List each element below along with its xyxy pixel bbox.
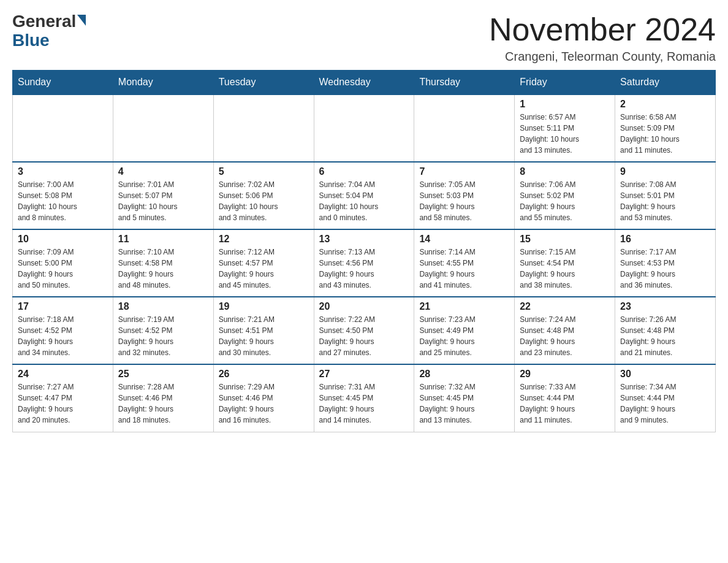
day-info: Sunrise: 7:10 AM Sunset: 4:58 PM Dayligh… xyxy=(118,247,208,291)
day-number: 9 xyxy=(620,166,710,177)
calendar-cell xyxy=(213,94,314,162)
weekday-header-tuesday: Tuesday xyxy=(213,71,314,95)
calendar-week-4: 17Sunrise: 7:18 AM Sunset: 4:52 PM Dayli… xyxy=(13,297,716,364)
day-info: Sunrise: 7:05 AM Sunset: 5:03 PM Dayligh… xyxy=(419,179,509,223)
day-number: 21 xyxy=(419,301,509,312)
calendar-cell: 26Sunrise: 7:29 AM Sunset: 4:46 PM Dayli… xyxy=(213,364,314,432)
day-info: Sunrise: 7:23 AM Sunset: 4:49 PM Dayligh… xyxy=(419,314,509,358)
calendar-week-3: 10Sunrise: 7:09 AM Sunset: 5:00 PM Dayli… xyxy=(13,229,716,297)
day-info: Sunrise: 7:18 AM Sunset: 4:52 PM Dayligh… xyxy=(18,314,108,358)
day-number: 23 xyxy=(620,301,710,312)
calendar-cell: 29Sunrise: 7:33 AM Sunset: 4:44 PM Dayli… xyxy=(515,364,615,432)
calendar-subtitle: Crangeni, Teleorman County, Romania xyxy=(489,50,716,64)
day-number: 1 xyxy=(520,99,610,110)
weekday-header-sunday: Sunday xyxy=(13,71,113,95)
weekday-header-row: SundayMondayTuesdayWednesdayThursdayFrid… xyxy=(13,71,716,95)
weekday-header-thursday: Thursday xyxy=(414,71,515,95)
calendar-cell: 2Sunrise: 6:58 AM Sunset: 5:09 PM Daylig… xyxy=(615,94,716,162)
calendar-cell xyxy=(314,94,414,162)
calendar-cell xyxy=(414,94,515,162)
day-info: Sunrise: 7:04 AM Sunset: 5:04 PM Dayligh… xyxy=(319,179,409,223)
day-info: Sunrise: 7:15 AM Sunset: 4:54 PM Dayligh… xyxy=(520,247,610,291)
day-info: Sunrise: 7:32 AM Sunset: 4:45 PM Dayligh… xyxy=(419,381,509,426)
calendar-cell: 21Sunrise: 7:23 AM Sunset: 4:49 PM Dayli… xyxy=(414,297,515,364)
day-info: Sunrise: 7:29 AM Sunset: 4:46 PM Dayligh… xyxy=(219,381,309,426)
day-number: 4 xyxy=(118,166,208,177)
calendar-cell: 11Sunrise: 7:10 AM Sunset: 4:58 PM Dayli… xyxy=(113,229,213,297)
day-info: Sunrise: 7:28 AM Sunset: 4:46 PM Dayligh… xyxy=(118,381,208,426)
calendar-cell: 5Sunrise: 7:02 AM Sunset: 5:06 PM Daylig… xyxy=(213,162,314,229)
title-area: November 2024 Crangeni, Teleorman County… xyxy=(489,12,716,64)
day-info: Sunrise: 7:09 AM Sunset: 5:00 PM Dayligh… xyxy=(18,247,108,291)
day-number: 15 xyxy=(520,234,610,245)
calendar-cell: 3Sunrise: 7:00 AM Sunset: 5:08 PM Daylig… xyxy=(13,162,113,229)
day-info: Sunrise: 7:14 AM Sunset: 4:55 PM Dayligh… xyxy=(419,247,509,291)
calendar-week-2: 3Sunrise: 7:00 AM Sunset: 5:08 PM Daylig… xyxy=(13,162,716,229)
day-number: 22 xyxy=(520,301,610,312)
calendar-cell: 7Sunrise: 7:05 AM Sunset: 5:03 PM Daylig… xyxy=(414,162,515,229)
calendar-cell: 24Sunrise: 7:27 AM Sunset: 4:47 PM Dayli… xyxy=(13,364,113,432)
header: General Blue November 2024 Crangeni, Tel… xyxy=(12,12,716,64)
weekday-header-wednesday: Wednesday xyxy=(314,71,414,95)
calendar-cell: 30Sunrise: 7:34 AM Sunset: 4:44 PM Dayli… xyxy=(615,364,716,432)
day-number: 24 xyxy=(18,369,108,380)
day-number: 10 xyxy=(18,234,108,245)
day-number: 11 xyxy=(118,234,208,245)
calendar-cell xyxy=(113,94,213,162)
day-info: Sunrise: 6:58 AM Sunset: 5:09 PM Dayligh… xyxy=(620,112,710,156)
day-info: Sunrise: 7:06 AM Sunset: 5:02 PM Dayligh… xyxy=(520,179,610,223)
calendar-cell: 13Sunrise: 7:13 AM Sunset: 4:56 PM Dayli… xyxy=(314,229,414,297)
calendar-cell: 25Sunrise: 7:28 AM Sunset: 4:46 PM Dayli… xyxy=(113,364,213,432)
logo-general-text: General xyxy=(12,12,76,31)
logo-blue-text: Blue xyxy=(12,31,86,50)
day-info: Sunrise: 7:00 AM Sunset: 5:08 PM Dayligh… xyxy=(18,179,108,223)
calendar-body: 1Sunrise: 6:57 AM Sunset: 5:11 PM Daylig… xyxy=(13,94,716,432)
day-info: Sunrise: 7:13 AM Sunset: 4:56 PM Dayligh… xyxy=(319,247,409,291)
day-number: 12 xyxy=(219,234,309,245)
calendar-title: November 2024 xyxy=(489,12,716,47)
calendar-cell: 23Sunrise: 7:26 AM Sunset: 4:48 PM Dayli… xyxy=(615,297,716,364)
day-info: Sunrise: 7:19 AM Sunset: 4:52 PM Dayligh… xyxy=(118,314,208,358)
calendar-table: SundayMondayTuesdayWednesdayThursdayFrid… xyxy=(12,70,716,432)
day-number: 26 xyxy=(219,369,309,380)
calendar-week-1: 1Sunrise: 6:57 AM Sunset: 5:11 PM Daylig… xyxy=(13,94,716,162)
logo: General Blue xyxy=(12,12,86,50)
day-info: Sunrise: 7:02 AM Sunset: 5:06 PM Dayligh… xyxy=(219,179,309,223)
day-number: 16 xyxy=(620,234,710,245)
calendar-cell: 20Sunrise: 7:22 AM Sunset: 4:50 PM Dayli… xyxy=(314,297,414,364)
calendar-cell: 27Sunrise: 7:31 AM Sunset: 4:45 PM Dayli… xyxy=(314,364,414,432)
day-info: Sunrise: 7:17 AM Sunset: 4:53 PM Dayligh… xyxy=(620,247,710,291)
day-number: 17 xyxy=(18,301,108,312)
day-info: Sunrise: 7:24 AM Sunset: 4:48 PM Dayligh… xyxy=(520,314,610,358)
calendar-cell: 4Sunrise: 7:01 AM Sunset: 5:07 PM Daylig… xyxy=(113,162,213,229)
day-info: Sunrise: 7:33 AM Sunset: 4:44 PM Dayligh… xyxy=(520,381,610,426)
day-info: Sunrise: 6:57 AM Sunset: 5:11 PM Dayligh… xyxy=(520,112,610,156)
day-number: 8 xyxy=(520,166,610,177)
day-info: Sunrise: 7:26 AM Sunset: 4:48 PM Dayligh… xyxy=(620,314,710,358)
day-number: 2 xyxy=(620,99,710,110)
day-info: Sunrise: 7:21 AM Sunset: 4:51 PM Dayligh… xyxy=(219,314,309,358)
calendar-cell: 9Sunrise: 7:08 AM Sunset: 5:01 PM Daylig… xyxy=(615,162,716,229)
calendar-cell: 8Sunrise: 7:06 AM Sunset: 5:02 PM Daylig… xyxy=(515,162,615,229)
day-number: 25 xyxy=(118,369,208,380)
day-number: 5 xyxy=(219,166,309,177)
day-number: 18 xyxy=(118,301,208,312)
calendar-cell: 28Sunrise: 7:32 AM Sunset: 4:45 PM Dayli… xyxy=(414,364,515,432)
day-info: Sunrise: 7:12 AM Sunset: 4:57 PM Dayligh… xyxy=(219,247,309,291)
day-info: Sunrise: 7:27 AM Sunset: 4:47 PM Dayligh… xyxy=(18,381,108,426)
day-info: Sunrise: 7:31 AM Sunset: 4:45 PM Dayligh… xyxy=(319,381,409,426)
calendar-cell: 10Sunrise: 7:09 AM Sunset: 5:00 PM Dayli… xyxy=(13,229,113,297)
calendar-cell: 15Sunrise: 7:15 AM Sunset: 4:54 PM Dayli… xyxy=(515,229,615,297)
calendar-cell: 19Sunrise: 7:21 AM Sunset: 4:51 PM Dayli… xyxy=(213,297,314,364)
day-number: 20 xyxy=(319,301,409,312)
calendar-cell: 16Sunrise: 7:17 AM Sunset: 4:53 PM Dayli… xyxy=(615,229,716,297)
weekday-header-monday: Monday xyxy=(113,71,213,95)
day-number: 29 xyxy=(520,369,610,380)
weekday-header-friday: Friday xyxy=(515,71,615,95)
logo-arrow-icon xyxy=(77,15,86,26)
calendar-week-5: 24Sunrise: 7:27 AM Sunset: 4:47 PM Dayli… xyxy=(13,364,716,432)
calendar-cell: 1Sunrise: 6:57 AM Sunset: 5:11 PM Daylig… xyxy=(515,94,615,162)
day-number: 6 xyxy=(319,166,409,177)
calendar-cell: 12Sunrise: 7:12 AM Sunset: 4:57 PM Dayli… xyxy=(213,229,314,297)
day-number: 27 xyxy=(319,369,409,380)
